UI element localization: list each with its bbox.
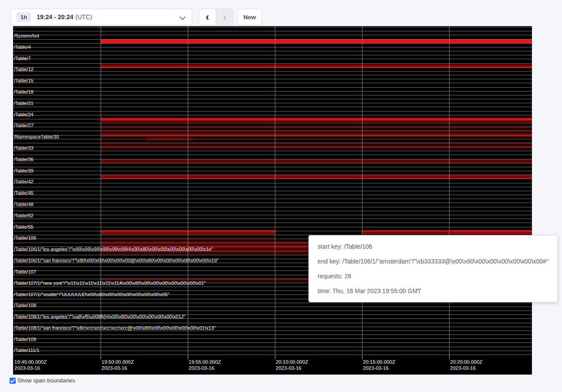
span-boundary-line [13,211,532,211]
span-boundary-line [13,123,532,123]
span-boundary-line [13,159,532,159]
span-boundary-line [13,115,532,115]
span-boundary-line [13,63,532,64]
heat-band [101,129,532,133]
span-boundary-line [13,71,532,71]
time-gridline [188,26,188,360]
span-boundary-line [13,103,532,103]
time-tick [362,355,362,359]
footer: Show span boundaries [10,377,75,384]
span-boundary-line [13,342,532,343]
row-key-label: /Table/106/1/"san francisco"/"\x80\x00\x… [14,258,219,263]
row-key-label: /Table/55 [14,224,34,230]
time-gridline [449,26,450,360]
tooltip-line: start key: /Table/106 [318,239,557,254]
span-boundary-line [13,87,532,88]
row-key-label: /Table/36 [14,157,34,162]
time-axis-label: 19:50:00.000Z2023-03-16 [102,359,134,371]
heat-band [101,125,532,129]
heat-band [101,145,532,149]
key-visualizer-page: 1h 19:24 - 20:24 (UTC) ‹ › Now /System/t… [0,0,562,392]
span-boundary-line [13,338,532,339]
row-key-label: /Table/42 [14,179,34,184]
heat-band [101,118,532,122]
time-tick [188,355,188,359]
heat-band [101,122,532,125]
span-boundary-line [13,331,532,331]
heat-band [101,141,532,145]
time-gridline [275,26,275,360]
span-boundary-line [13,51,532,51]
row-key-label: /Table/108/1/"san francisco"/"\x8c\xcc\x… [14,325,216,331]
chevron-down-icon [179,14,186,20]
span-boundary-line [13,163,532,163]
span-boundary-line [13,227,532,227]
span-boundary-line [13,311,532,311]
span-boundary-line [13,151,532,151]
row-key-label: /Table/12 [14,67,34,72]
span-boundary-line [13,35,532,35]
span-boundary-line [13,75,532,75]
time-range-selector[interactable]: 1h 19:24 - 20:24 (UTC) [10,9,192,25]
span-boundary-line [13,207,532,207]
time-axis-label: 19:45:00.000Z2023-03-16 [14,359,47,371]
heat-band [101,159,532,163]
time-gridline [362,26,362,360]
span-boundary-line [13,351,532,351]
row-key-label: /Table/21 [14,101,34,106]
span-boundary-line [13,223,532,223]
row-key-label: /Table/33 [14,145,34,151]
row-key-label: /Table/109 [14,337,36,342]
span-boundary-line [13,39,532,40]
toolbar: 1h 19:24 - 20:24 (UTC) ‹ › Now [0,0,562,26]
row-key-label: /Table/4 [14,44,31,50]
span-boundary-line [13,307,532,307]
row-key-label: /System/tsd [14,33,39,38]
row-key-label: /Table/27 [14,123,34,128]
row-key-label: /Table/107/1/"new york"/"\x11\x11\x11\x1… [14,280,206,286]
hover-tooltip: start key: /Table/106end key: /Table/106… [308,235,558,302]
span-boundary-line [13,139,532,139]
span-boundary-line [13,27,532,27]
span-boundary-line [13,135,532,135]
tooltip-line: time: Thu, 16 Mar 2023 19:55:00 GMT [318,284,557,298]
span-boundary-line [13,231,532,231]
span-boundary-line [13,43,532,44]
row-key-label: /Table/106/1/"los angeles"/"\x99\x99\x99… [14,247,213,252]
now-button[interactable]: Now [237,9,262,25]
row-key-label: /Table/107/1/"seattle"/"UUUUUUD\x00\x80\… [14,292,169,297]
row-key-label: /Table/48 [14,202,34,207]
span-boundary-line [13,195,532,195]
row-key-label: /Table/107 [14,269,36,274]
row-key-label: /NamespaceTable/30 [14,134,59,139]
time-tick [101,355,101,359]
time-range-text: 19:24 - 20:24 [37,14,73,20]
span-boundary-line [13,99,532,99]
span-boundary-line [13,303,532,303]
show-span-boundaries-label: Show span boundaries [17,377,75,384]
time-tick [449,355,450,359]
span-boundary-line [13,147,532,147]
span-boundary-line [13,119,532,119]
tooltip-line: end key: /Table/106/1/"amsterdam"/"\xb33… [318,254,557,269]
span-boundary-line [13,191,532,191]
span-boundary-line [13,107,532,107]
prev-range-button[interactable]: ‹ [199,9,216,25]
span-boundary-line [13,91,532,91]
time-gridline [101,26,101,360]
span-boundary-line [13,215,532,215]
row-key-label: /Table/52 [14,213,34,218]
row-key-label: /Table/106 [14,235,36,240]
span-boundary-line [13,187,532,187]
next-range-button[interactable]: › [216,9,234,25]
time-range-timezone: (UTC) [75,14,92,20]
span-boundary-line [13,95,532,95]
row-key-label: /Table/39 [14,168,34,173]
key-visualizer-canvas[interactable]: /System/tsd/Table/4/Table/7/Table/12/Tab… [13,26,532,375]
time-range-preset-badge: 1h [17,12,31,22]
show-span-boundaries-checkbox[interactable] [10,378,16,384]
span-boundary-line [13,203,532,203]
span-boundary-line [13,355,532,355]
time-axis-label: 20:10:00.000Z2023-03-16 [276,359,308,371]
span-boundary-line [13,347,532,347]
